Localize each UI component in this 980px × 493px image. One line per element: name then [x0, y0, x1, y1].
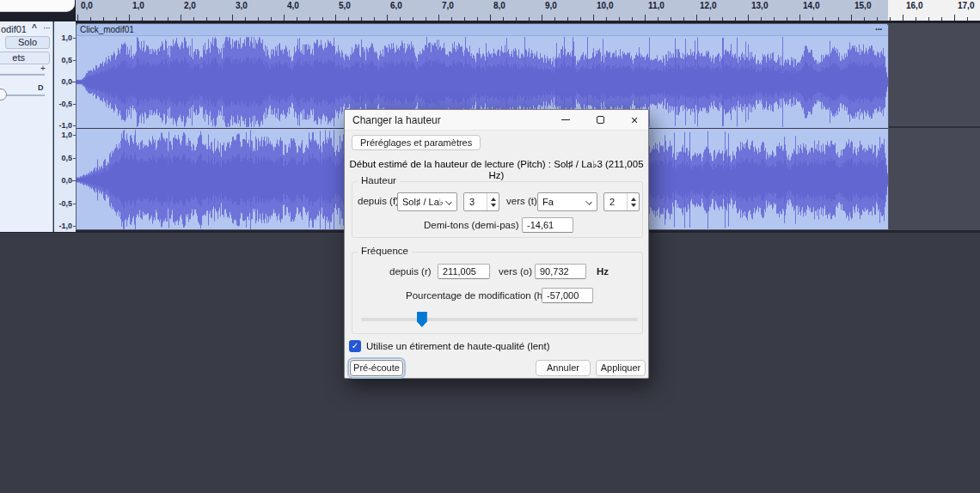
ruler-tick-label: 8,0	[493, 1, 505, 10]
change-pitch-dialog: Changer la hauteur × Préréglages et para…	[344, 109, 649, 379]
scale-label: -1,0	[58, 121, 72, 130]
maximize-icon	[597, 116, 604, 124]
semitones-label: Demi-tons (demi-pas) :	[424, 220, 524, 230]
ruler-tick-label: 1,0	[132, 1, 144, 10]
ruler-tick-label: 17,0	[958, 1, 974, 10]
pitch-from-note-value: Sol♯ / La♭	[402, 197, 444, 208]
frequency-from-label: depuis (r)	[389, 266, 432, 277]
frequency-group-label: Fréquence	[358, 246, 412, 256]
gain-slider[interactable]	[0, 74, 45, 76]
percent-slider-thumb[interactable]	[417, 312, 427, 327]
pitch-from-label: depuis (f)	[358, 196, 399, 206]
pitch-to-octave-value: 2	[609, 197, 615, 207]
pitch-to-octave-spinner[interactable]: 2	[603, 192, 640, 211]
ruler-tick-label: 16,0	[906, 1, 922, 10]
frequency-groupbox: Fréquence depuis (r) vers (o) Hz Pourcen…	[352, 252, 643, 334]
percent-change-input[interactable]	[542, 288, 593, 303]
chevron-down-icon	[585, 198, 592, 205]
apply-button[interactable]: Appliquer	[596, 360, 646, 376]
toolbar-tab-fragment	[0, 0, 75, 12]
quality-checkbox-label: Utilise un étirement de haute-qualité (l…	[366, 341, 550, 351]
semitones-input[interactable]	[522, 217, 573, 233]
ruler-tick-label: 6,0	[390, 1, 402, 10]
pan-right-label: D	[38, 83, 44, 92]
chevron-down-icon	[445, 198, 452, 205]
pitch-to-note-select[interactable]: Fa	[537, 192, 597, 211]
ruler-tick-label: 3,0	[236, 1, 248, 10]
frequency-from-input[interactable]	[438, 264, 490, 279]
maximize-button[interactable]	[587, 110, 613, 130]
close-button[interactable]: ×	[622, 110, 647, 130]
ruler-tick-label: 12,0	[700, 1, 716, 10]
audacity-window: 0,01,02,03,04,05,06,07,08,09,010,011,012…	[0, 0, 980, 493]
scale-label: -0,5	[58, 199, 72, 208]
ruler-tick-label: 10,0	[597, 1, 613, 10]
minimize-button[interactable]	[553, 110, 579, 130]
ruler-tick-label: 13,0	[751, 1, 768, 10]
spinner-up-icon[interactable]	[631, 198, 636, 201]
pitch-groupbox: Hauteur depuis (f) Sol♯ / La♭ 3 vers (t)…	[352, 181, 643, 238]
presets-button[interactable]: Préréglages et paramètres	[352, 135, 481, 150]
gain-plus-label: +	[40, 64, 46, 73]
pitch-to-label: vers (t)	[506, 196, 537, 206]
clip-menu-icon[interactable]: ···	[875, 24, 882, 34]
spinner-down-icon[interactable]	[491, 204, 496, 207]
close-icon: ×	[631, 114, 638, 126]
frequency-to-input[interactable]	[535, 264, 586, 279]
frequency-to-label: vers (o)	[499, 266, 532, 277]
ruler-tick-label: 9,0	[545, 1, 557, 10]
scale-label: 1,0	[61, 131, 72, 139]
ruler-tick-label: 7,0	[442, 1, 454, 10]
pitch-from-note-select[interactable]: Sol♯ / La♭	[397, 192, 457, 211]
effects-button[interactable]: ets	[0, 52, 50, 64]
spinner-up-icon[interactable]	[491, 198, 496, 201]
hz-unit-label: Hz	[597, 266, 609, 277]
percent-change-label: Pourcentage de modification (h) :	[406, 290, 551, 301]
spinner-arrows[interactable]	[487, 193, 499, 210]
ruler-tick-label: 11,0	[648, 1, 665, 10]
dialog-title: Changer la hauteur	[352, 114, 441, 126]
ruler-tick-label: 14,0	[803, 1, 819, 10]
vertical-scale-ruler[interactable]: 1,00,50,0-0,5-1,01,00,50,0-0,5-1,0	[54, 21, 76, 232]
quality-checkbox[interactable]: ✓	[349, 340, 361, 352]
track-menu-icon[interactable]: ···	[43, 22, 50, 33]
solo-button[interactable]: Solo	[5, 36, 50, 49]
scale-label: 0,5	[61, 154, 72, 162]
dialog-titlebar[interactable]: Changer la hauteur ×	[345, 110, 648, 131]
pan-slider-thumb[interactable]	[0, 88, 7, 100]
track-control-panel[interactable]: odif01 ^ ··· Solo ets + D	[0, 21, 53, 232]
ruler-tick-label: 4,0	[287, 1, 299, 10]
spinner-arrows[interactable]	[627, 193, 639, 210]
ruler-tick-label: 0,0	[81, 1, 93, 10]
pitch-from-octave-spinner[interactable]: 3	[463, 192, 499, 211]
ruler-tick-label: 5,0	[339, 1, 351, 10]
collapse-track-icon[interactable]: ^	[32, 23, 37, 33]
preview-button[interactable]: Pré-écoute	[350, 360, 403, 376]
scale-label: -1,0	[58, 222, 72, 230]
ruler-tick-label: 15,0	[854, 1, 871, 10]
pitch-group-label: Hauteur	[358, 175, 400, 186]
scale-label: 0,5	[61, 56, 72, 64]
scale-label: 1,0	[61, 33, 72, 42]
timeline-ruler[interactable]: 0,01,02,03,04,05,06,07,08,09,010,011,012…	[76, 0, 980, 21]
pitch-from-octave-value: 3	[469, 197, 475, 207]
cancel-button[interactable]: Annuler	[536, 360, 591, 376]
ruler-tick-label: 2,0	[184, 1, 196, 10]
percent-slider[interactable]	[361, 318, 638, 321]
pitch-to-note-value: Fa	[542, 197, 584, 207]
clip-header[interactable]: Click_modif01 ···	[77, 24, 888, 36]
minimize-icon	[561, 119, 570, 120]
spinner-down-icon[interactable]	[631, 204, 636, 207]
scale-label: -0,5	[58, 100, 72, 108]
clip-title: Click_modif01	[80, 25, 134, 34]
